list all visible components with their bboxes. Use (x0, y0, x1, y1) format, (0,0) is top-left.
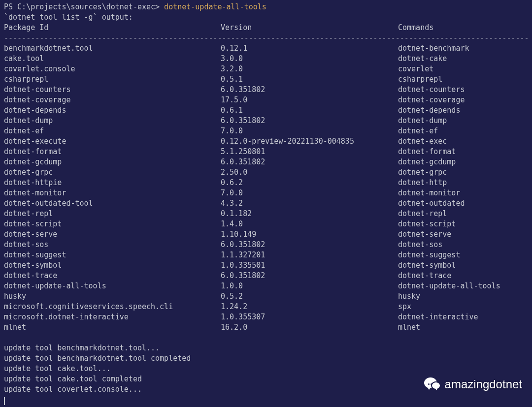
table-row: dotnet-gcdump6.0.351802dotnet-gcdump (4, 157, 528, 167)
package-id: dotnet-ef (4, 126, 221, 136)
version: 1.10.149 (221, 229, 398, 240)
package-id: dotnet-dump (4, 116, 221, 126)
table-row: dotnet-dump6.0.351802dotnet-dump (4, 116, 528, 126)
update-line: update tool cake.tool... (4, 364, 528, 374)
table-row: dotnet-outdated-tool4.3.2dotnet-outdated (4, 198, 528, 209)
table-row: dotnet-monitor7.0.0dotnet-monitor (4, 188, 528, 198)
table-row: mlnet16.2.0mlnet (4, 322, 528, 333)
command: dotnet-interactive (398, 312, 526, 322)
package-id: dotnet-repl (4, 209, 221, 219)
prompt-line: PS C:\projects\sources\dotnet-exec> dotn… (4, 2, 528, 12)
command: dotnet-format (398, 147, 526, 157)
package-id: dotnet-serve (4, 229, 221, 240)
version: 1.4.0 (221, 219, 398, 229)
package-id: husky (4, 291, 221, 302)
version: 6.0.351802 (221, 240, 398, 250)
version: 17.5.0 (221, 95, 398, 105)
prompt-path: PS C:\projects\sources\dotnet-exec> (4, 2, 164, 11)
col-header-package: Package Id (4, 23, 221, 33)
command-text[interactable]: dotnet-update-all-tools (164, 2, 266, 11)
version: 6.0.351802 (221, 116, 398, 126)
package-id: dotnet-symbol (4, 260, 221, 271)
version: 1.24.2 (221, 302, 398, 312)
command: dotnet-cake (398, 54, 526, 64)
version: 5.1.250801 (221, 147, 398, 157)
package-id: microsoft.dotnet-interactive (4, 312, 221, 322)
command: dotnet-trace (398, 271, 526, 281)
version: 6.0.351802 (221, 271, 398, 281)
table-row: cake.tool3.0.0dotnet-cake (4, 54, 528, 64)
package-id: dotnet-suggest (4, 250, 221, 260)
command: husky (398, 291, 526, 302)
version: 6.0.351802 (221, 157, 398, 167)
package-id: dotnet-gcdump (4, 157, 221, 167)
table-row: dotnet-symbol1.0.335501dotnet-symbol (4, 260, 528, 271)
package-id: microsoft.cognitiveservices.speech.cli (4, 302, 221, 312)
table-row: dotnet-suggest1.1.327201dotnet-suggest (4, 250, 528, 260)
table-row: dotnet-sos6.0.351802dotnet-sos (4, 240, 528, 250)
version: 16.2.0 (221, 322, 398, 333)
command: coverlet (398, 64, 526, 74)
version: 6.0.351802 (221, 85, 398, 95)
package-id: dotnet-outdated-tool (4, 198, 221, 209)
version: 7.0.0 (221, 126, 398, 136)
command: dotnet-monitor (398, 188, 526, 198)
command: dotnet-suggest (398, 250, 526, 260)
table-row: csharprepl0.5.1csharprepl (4, 74, 528, 85)
table-row: dotnet-httpie0.6.2dotnet-http (4, 178, 528, 188)
divider-line: ----------------------------------------… (4, 33, 528, 43)
table-row: dotnet-counters6.0.351802dotnet-counters (4, 85, 528, 95)
package-id: mlnet (4, 322, 221, 333)
package-id: benchmarkdotnet.tool (4, 43, 221, 54)
command: dotnet-update-all-tools (398, 281, 526, 291)
package-id: dotnet-execute (4, 136, 221, 147)
command: dotnet-sos (398, 240, 526, 250)
command: dotnet-serve (398, 229, 526, 240)
version: 0.6.2 (221, 178, 398, 188)
blank-line (4, 333, 528, 343)
table-row: dotnet-execute0.12.0-preview-20221130-00… (4, 136, 528, 147)
command: dotnet-http (398, 178, 526, 188)
package-id: dotnet-depends (4, 105, 221, 116)
command: dotnet-benchmark (398, 43, 526, 54)
table-row: dotnet-update-all-tools1.0.0dotnet-updat… (4, 281, 528, 291)
command: dotnet-repl (398, 209, 526, 219)
command: spx (398, 302, 526, 312)
column-headers: Package IdVersionCommands (4, 23, 528, 33)
command: dotnet-grpc (398, 167, 526, 178)
table-row: microsoft.dotnet-interactive1.0.355307do… (4, 312, 528, 322)
table-row: dotnet-coverage17.5.0dotnet-coverage (4, 95, 528, 105)
version: 0.1.182 (221, 209, 398, 219)
command: dotnet-script (398, 219, 526, 229)
package-id: dotnet-update-all-tools (4, 281, 221, 291)
version: 0.12.1 (221, 43, 398, 54)
col-header-version: Version (221, 23, 398, 33)
command: dotnet-symbol (398, 260, 526, 271)
command: dotnet-coverage (398, 95, 526, 105)
table-row: dotnet-serve1.10.149dotnet-serve (4, 229, 528, 240)
command: mlnet (398, 322, 526, 333)
version: 2.50.0 (221, 167, 398, 178)
table-row: dotnet-depends0.6.1dotnet-depends (4, 105, 528, 116)
table-row: coverlet.console3.2.0coverlet (4, 64, 528, 74)
table-row: dotnet-trace6.0.351802dotnet-trace (4, 271, 528, 281)
command: dotnet-depends (398, 105, 526, 116)
package-id: cake.tool (4, 54, 221, 64)
cursor (4, 397, 5, 405)
command: dotnet-counters (398, 85, 526, 95)
output-header: `dotnet tool list -g` output: (4, 12, 528, 23)
table-row: benchmarkdotnet.tool0.12.1dotnet-benchma… (4, 43, 528, 54)
package-id: dotnet-coverage (4, 95, 221, 105)
version: 1.0.335501 (221, 260, 398, 271)
version: 1.0.355307 (221, 312, 398, 322)
table-row: husky0.5.2husky (4, 291, 528, 302)
version: 7.0.0 (221, 188, 398, 198)
col-header-commands: Commands (398, 23, 526, 33)
wechat-icon (423, 376, 441, 393)
table-row: dotnet-repl0.1.182dotnet-repl (4, 209, 528, 219)
command: csharprepl (398, 74, 526, 85)
table-row: dotnet-ef7.0.0dotnet-ef (4, 126, 528, 136)
package-id: dotnet-grpc (4, 167, 221, 178)
command: dotnet-dump (398, 116, 526, 126)
table-row: dotnet-grpc2.50.0dotnet-grpc (4, 167, 528, 178)
